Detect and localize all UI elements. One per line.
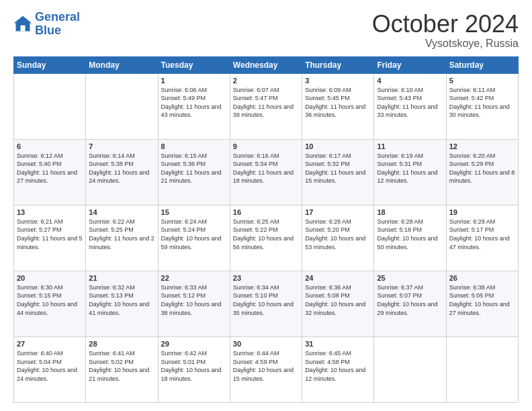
calendar-cell: 19Sunrise: 6:29 AM Sunset: 5:17 PM Dayli… bbox=[446, 205, 518, 271]
day-number: 27 bbox=[17, 340, 83, 348]
calendar-week-row: 27Sunrise: 6:40 AM Sunset: 5:04 PM Dayli… bbox=[14, 336, 519, 402]
day-info: Sunrise: 6:19 AM Sunset: 5:31 PM Dayligh… bbox=[377, 152, 443, 185]
calendar-cell: 27Sunrise: 6:40 AM Sunset: 5:04 PM Dayli… bbox=[14, 336, 86, 402]
day-info: Sunrise: 6:34 AM Sunset: 5:10 PM Dayligh… bbox=[233, 283, 299, 317]
day-number: 5 bbox=[449, 77, 515, 85]
day-number: 23 bbox=[233, 274, 299, 282]
calendar-cell: 3Sunrise: 6:09 AM Sunset: 5:45 PM Daylig… bbox=[302, 73, 374, 139]
calendar-cell: 14Sunrise: 6:22 AM Sunset: 5:25 PM Dayli… bbox=[86, 205, 158, 271]
calendar-cell: 28Sunrise: 6:41 AM Sunset: 5:02 PM Dayli… bbox=[86, 336, 158, 402]
calendar-cell: 11Sunrise: 6:19 AM Sunset: 5:31 PM Dayli… bbox=[374, 139, 446, 205]
calendar-cell: 16Sunrise: 6:25 AM Sunset: 5:22 PM Dayli… bbox=[230, 205, 302, 271]
calendar-cell: 23Sunrise: 6:34 AM Sunset: 5:10 PM Dayli… bbox=[230, 271, 302, 336]
calendar-cell: 22Sunrise: 6:33 AM Sunset: 5:12 PM Dayli… bbox=[158, 271, 230, 336]
day-info: Sunrise: 6:07 AM Sunset: 5:47 PM Dayligh… bbox=[233, 86, 299, 120]
calendar-cell: 5Sunrise: 6:11 AM Sunset: 5:42 PM Daylig… bbox=[446, 73, 518, 139]
day-info: Sunrise: 6:12 AM Sunset: 5:40 PM Dayligh… bbox=[17, 152, 83, 185]
day-number: 31 bbox=[305, 340, 371, 348]
day-number: 4 bbox=[377, 77, 443, 85]
logo-icon bbox=[13, 15, 32, 34]
day-info: Sunrise: 6:11 AM Sunset: 5:42 PM Dayligh… bbox=[449, 86, 515, 120]
day-info: Sunrise: 6:37 AM Sunset: 5:07 PM Dayligh… bbox=[377, 283, 443, 317]
day-info: Sunrise: 6:42 AM Sunset: 5:01 PM Dayligh… bbox=[161, 349, 227, 383]
calendar-cell: 6Sunrise: 6:12 AM Sunset: 5:40 PM Daylig… bbox=[14, 139, 86, 205]
day-info: Sunrise: 6:26 AM Sunset: 5:20 PM Dayligh… bbox=[305, 218, 371, 251]
day-info: Sunrise: 6:38 AM Sunset: 5:05 PM Dayligh… bbox=[449, 283, 515, 317]
calendar-cell bbox=[86, 73, 158, 139]
day-info: Sunrise: 6:20 AM Sunset: 5:29 PM Dayligh… bbox=[449, 152, 515, 185]
day-info: Sunrise: 6:14 AM Sunset: 5:38 PM Dayligh… bbox=[89, 152, 154, 185]
title-block: October 2024 Vysotskoye, Russia bbox=[372, 11, 519, 50]
calendar-cell: 25Sunrise: 6:37 AM Sunset: 5:07 PM Dayli… bbox=[374, 271, 446, 336]
weekday-header: Monday bbox=[86, 56, 158, 73]
day-number: 26 bbox=[449, 274, 515, 282]
day-info: Sunrise: 6:29 AM Sunset: 5:17 PM Dayligh… bbox=[449, 218, 515, 251]
day-number: 20 bbox=[17, 274, 83, 282]
calendar-cell bbox=[374, 336, 446, 402]
calendar-table: SundayMondayTuesdayWednesdayThursdayFrid… bbox=[13, 56, 519, 403]
calendar-cell bbox=[446, 336, 518, 402]
day-number: 22 bbox=[161, 274, 227, 282]
day-number: 29 bbox=[161, 340, 227, 348]
calendar-cell: 2Sunrise: 6:07 AM Sunset: 5:47 PM Daylig… bbox=[230, 73, 302, 139]
day-number: 13 bbox=[17, 208, 83, 216]
calendar-cell: 21Sunrise: 6:32 AM Sunset: 5:13 PM Dayli… bbox=[86, 271, 158, 336]
calendar-cell: 4Sunrise: 6:10 AM Sunset: 5:43 PM Daylig… bbox=[374, 73, 446, 139]
weekday-header: Sunday bbox=[14, 56, 86, 73]
calendar-header-row: SundayMondayTuesdayWednesdayThursdayFrid… bbox=[14, 56, 519, 73]
logo-line2: Blue bbox=[35, 24, 80, 38]
day-info: Sunrise: 6:21 AM Sunset: 5:27 PM Dayligh… bbox=[17, 218, 83, 251]
day-number: 2 bbox=[233, 77, 299, 85]
day-info: Sunrise: 6:32 AM Sunset: 5:13 PM Dayligh… bbox=[89, 283, 154, 317]
month-title: October 2024 bbox=[372, 11, 519, 38]
calendar-cell: 9Sunrise: 6:16 AM Sunset: 5:34 PM Daylig… bbox=[230, 139, 302, 205]
day-number: 6 bbox=[17, 142, 83, 150]
page: General Blue October 2024 Vysotskoye, Ru… bbox=[0, 0, 532, 411]
day-number: 19 bbox=[449, 208, 515, 216]
day-number: 21 bbox=[89, 274, 154, 282]
day-info: Sunrise: 6:17 AM Sunset: 5:32 PM Dayligh… bbox=[305, 152, 371, 185]
logo-text: General Blue bbox=[35, 11, 80, 38]
day-number: 3 bbox=[305, 77, 371, 85]
calendar-cell: 18Sunrise: 6:28 AM Sunset: 5:18 PM Dayli… bbox=[374, 205, 446, 271]
header: General Blue October 2024 Vysotskoye, Ru… bbox=[13, 11, 519, 50]
day-info: Sunrise: 6:45 AM Sunset: 4:58 PM Dayligh… bbox=[305, 349, 371, 383]
calendar-cell: 31Sunrise: 6:45 AM Sunset: 4:58 PM Dayli… bbox=[302, 336, 374, 402]
day-info: Sunrise: 6:33 AM Sunset: 5:12 PM Dayligh… bbox=[161, 283, 227, 317]
day-number: 28 bbox=[89, 340, 154, 348]
day-info: Sunrise: 6:24 AM Sunset: 5:24 PM Dayligh… bbox=[161, 218, 227, 251]
day-info: Sunrise: 6:09 AM Sunset: 5:45 PM Dayligh… bbox=[305, 86, 371, 120]
location: Vysotskoye, Russia bbox=[372, 38, 519, 50]
logo-line1: General bbox=[35, 10, 80, 24]
day-number: 15 bbox=[161, 208, 227, 216]
day-number: 25 bbox=[377, 274, 443, 282]
day-number: 24 bbox=[305, 274, 371, 282]
calendar-week-row: 6Sunrise: 6:12 AM Sunset: 5:40 PM Daylig… bbox=[14, 139, 519, 205]
weekday-header: Friday bbox=[374, 56, 446, 73]
day-info: Sunrise: 6:40 AM Sunset: 5:04 PM Dayligh… bbox=[17, 349, 83, 383]
day-number: 8 bbox=[161, 142, 227, 150]
day-info: Sunrise: 6:44 AM Sunset: 4:59 PM Dayligh… bbox=[233, 349, 299, 383]
calendar-cell: 20Sunrise: 6:30 AM Sunset: 5:15 PM Dayli… bbox=[14, 271, 86, 336]
day-info: Sunrise: 6:28 AM Sunset: 5:18 PM Dayligh… bbox=[377, 218, 443, 251]
calendar-cell bbox=[14, 73, 86, 139]
day-info: Sunrise: 6:22 AM Sunset: 5:25 PM Dayligh… bbox=[89, 218, 154, 251]
day-number: 17 bbox=[305, 208, 371, 216]
day-number: 16 bbox=[233, 208, 299, 216]
calendar-cell: 24Sunrise: 6:36 AM Sunset: 5:08 PM Dayli… bbox=[302, 271, 374, 336]
day-number: 7 bbox=[89, 142, 154, 150]
weekday-header: Thursday bbox=[302, 56, 374, 73]
calendar-cell: 29Sunrise: 6:42 AM Sunset: 5:01 PM Dayli… bbox=[158, 336, 230, 402]
day-number: 30 bbox=[233, 340, 299, 348]
day-number: 9 bbox=[233, 142, 299, 150]
calendar-cell: 1Sunrise: 6:06 AM Sunset: 5:49 PM Daylig… bbox=[158, 73, 230, 139]
day-info: Sunrise: 6:36 AM Sunset: 5:08 PM Dayligh… bbox=[305, 283, 371, 317]
weekday-header: Saturday bbox=[446, 56, 518, 73]
calendar-cell: 13Sunrise: 6:21 AM Sunset: 5:27 PM Dayli… bbox=[14, 205, 86, 271]
day-number: 18 bbox=[377, 208, 443, 216]
calendar-cell: 8Sunrise: 6:15 AM Sunset: 5:36 PM Daylig… bbox=[158, 139, 230, 205]
day-info: Sunrise: 6:15 AM Sunset: 5:36 PM Dayligh… bbox=[161, 152, 227, 185]
calendar-cell: 10Sunrise: 6:17 AM Sunset: 5:32 PM Dayli… bbox=[302, 139, 374, 205]
calendar-week-row: 20Sunrise: 6:30 AM Sunset: 5:15 PM Dayli… bbox=[14, 271, 519, 336]
day-info: Sunrise: 6:06 AM Sunset: 5:49 PM Dayligh… bbox=[161, 86, 227, 120]
